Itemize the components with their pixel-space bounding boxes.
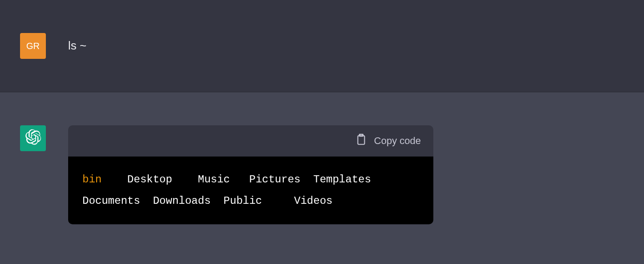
assistant-avatar <box>20 125 46 151</box>
svg-rect-0 <box>358 136 364 144</box>
openai-logo-icon <box>24 129 41 148</box>
copy-code-label: Copy code <box>374 135 421 147</box>
code-output: bin Desktop Music Pictures Templates Doc… <box>68 157 433 224</box>
user-avatar-initials: GR <box>26 41 40 51</box>
copy-code-button[interactable]: Copy code <box>355 133 421 148</box>
clipboard-icon <box>355 133 367 148</box>
code-line1-rest: Desktop Music Pictures Templates <box>102 173 371 186</box>
code-block-header: Copy code <box>68 125 433 157</box>
user-message-row: GR ls ~ <box>0 0 644 92</box>
user-message-text: ls ~ <box>68 33 86 54</box>
user-avatar: GR <box>20 33 46 59</box>
assistant-message-row: Copy code bin Desktop Music Pictures Tem… <box>0 92 644 264</box>
code-block: Copy code bin Desktop Music Pictures Tem… <box>68 125 433 224</box>
code-highlighted: bin <box>82 173 102 186</box>
code-line2: Documents Downloads Public Videos <box>82 195 333 207</box>
